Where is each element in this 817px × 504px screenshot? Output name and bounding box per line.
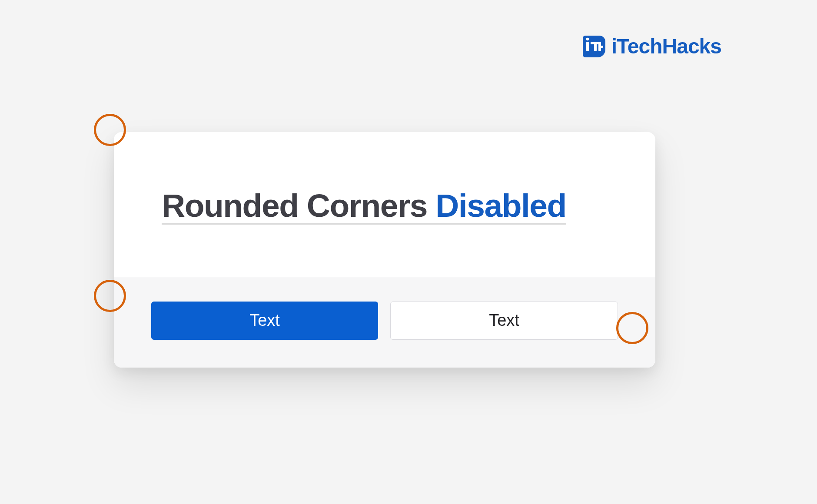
svg-rect-0 — [586, 42, 589, 51]
brand-watermark: iTechHacks — [582, 34, 721, 58]
secondary-button[interactable]: Text — [390, 302, 618, 340]
dialog-title-status: Disabled — [435, 187, 566, 224]
brand-name: iTechHacks — [611, 34, 721, 58]
dialog-footer: Text Text — [114, 277, 655, 368]
svg-rect-5 — [598, 46, 603, 48]
svg-point-1 — [586, 38, 589, 40]
dialog-header: Rounded Corners Disabled — [114, 132, 655, 277]
dialog-title-text: Rounded Corners — [162, 187, 435, 224]
brand-badge-icon — [582, 34, 606, 58]
primary-button[interactable]: Text — [151, 302, 378, 340]
dialog-title: Rounded Corners Disabled — [162, 189, 566, 225]
dialog-window: Rounded Corners Disabled Text Text — [114, 132, 655, 368]
svg-rect-3 — [594, 42, 597, 51]
